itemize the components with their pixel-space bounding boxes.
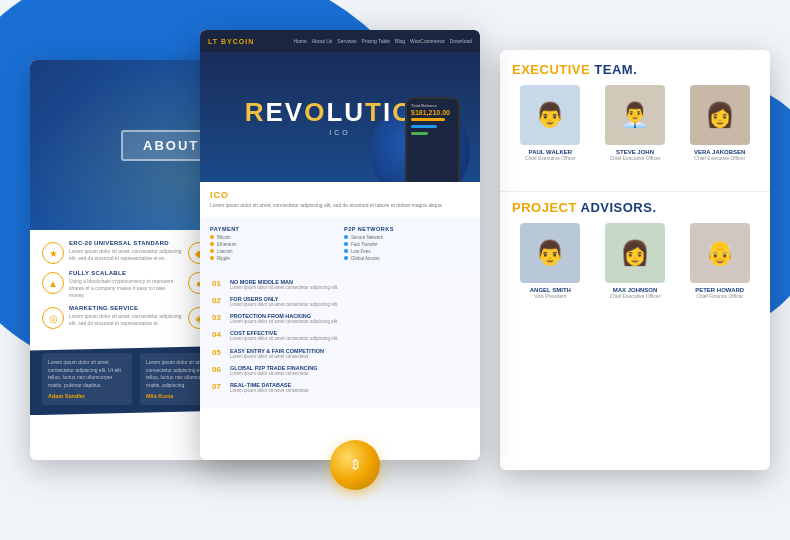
member-avatar: 👩 [690,85,750,145]
executive-team-grid: 👨 PAUL WALKER Chief Executive Officer 👨‍… [512,85,758,161]
feat-title: EASY ENTRY & FAIR COMPETITION [230,348,324,354]
phone-bar-3 [411,132,428,135]
page-center: LT BYCOIN HomeAbout UsServicesPricing Ta… [200,30,480,460]
payment-dot [210,235,214,239]
coin-decoration: ₿ [330,440,380,490]
testimonial-card: Lorem ipsum dolor sit amet, consectetur … [42,353,132,405]
feature-list-item: 05 EASY ENTRY & FAIR COMPETITION Lorem i… [212,348,468,360]
feat-desc: Lorem ipsum dolor sit amet consectetur a… [230,319,338,325]
phone-balance-amount: $181,210.00 [411,109,454,116]
feat-num: 07 [212,382,224,391]
page-right: EXECUTIVE TEAM. 👨 PAUL WALKER Chief Exec… [500,50,770,470]
feature-item: ▲ FULLY SCALABLE Using a blockchain cryp… [42,270,182,299]
advisor-role: Vice President [512,293,589,299]
feat-num: 05 [212,348,224,357]
advisor-member: 👴 PETER HOWARD Chief Finance Officer [681,223,758,299]
feature-title: ERC-20 UNIVERSAL STANDARD [69,240,182,247]
feature-list-item: 03 PROTECTION FROM HACKING Lorem ipsum d… [212,313,468,325]
advisor-avatar: 👴 [690,223,750,283]
nav-link-item[interactable]: Services [337,38,356,44]
feat-desc: Lorem ipsum dolor sit amet consectetur. [230,388,310,394]
feature-desc: Lorem ipsum dolor sit amet, consectetur … [69,248,182,262]
phone-screen: Total Balance $181,210.00 [407,99,458,182]
ico-section: ICO Lorem ipsum dolor sit amet, consecte… [200,182,480,218]
feat-desc: Lorem ipsum dolor sit amet consectetur. [230,371,318,377]
feature-desc: Using a blockchain cryptocurrency to rep… [69,278,182,299]
avatar-icon: 👩 [690,85,750,145]
member-role: Chief Executive Officer [597,155,674,161]
feature-icon: ★ [42,242,64,264]
team-member: 👩 VERA JAKOBSEN Chief Executive Officer [681,85,758,161]
feat-content: PROTECTION FROM HACKING Lorem ipsum dolo… [230,313,338,325]
phone-bar-1 [411,118,445,121]
phone-bar-2 [411,125,437,128]
phone-mockup: Total Balance $181,210.00 [405,97,460,182]
feature-text: FULLY SCALABLE Using a blockchain crypto… [69,270,182,299]
feat-desc: Lorem ipsum dolor sit amet consectetur a… [230,336,338,342]
feature-list-item: 01 NO MORE MIDDLE MAN Lorem ipsum dolor … [212,279,468,291]
nav-link-item[interactable]: Pricing Table [362,38,391,44]
executive-title: EXECUTIVE TEAM. [512,62,758,77]
advisors-title-accent: PROJECT [512,200,581,215]
member-role: Chief Executive Officer [512,155,589,161]
network-dot [344,256,348,260]
feature-list-item: 06 GLOBAL P2P TRADE FINANCING Lorem ipsu… [212,365,468,377]
feat-num: 04 [212,330,224,339]
nav-link-item[interactable]: Blog [395,38,405,44]
executive-team-section: EXECUTIVE TEAM. 👨 PAUL WALKER Chief Exec… [500,50,770,183]
network-item: Fast Transfer [344,242,470,247]
feature-title: MARKETING SERVICE [69,305,182,312]
feat-num: 06 [212,365,224,374]
member-avatar: 👨‍💼 [605,85,665,145]
executive-title-accent: EXECUTIVE [512,62,594,77]
feature-list-item: 02 FOR USERS ONLY Lorem ipsum dolor sit … [212,296,468,308]
payment-dot [210,249,214,253]
section-divider [500,191,770,192]
payment-label: PAYMENT [210,226,336,232]
feat-content: FOR USERS ONLY Lorem ipsum dolor sit ame… [230,296,338,308]
nav-link-item[interactable]: Download [450,38,472,44]
nav-links: HomeAbout UsServicesPricing TableBlogWoo… [293,38,472,44]
feat-num: 03 [212,313,224,322]
feat-content: EASY ENTRY & FAIR COMPETITION Lorem ipsu… [230,348,324,360]
feat-desc: Lorem ipsum dolor sit amet consectetur. [230,354,324,360]
feature-list-item: 04 COST EFFECTIVE Lorem ipsum dolor sit … [212,330,468,342]
nav-link-item[interactable]: About Us [312,38,333,44]
advisor-role: Chief Finance Officer [681,293,758,299]
avatar-icon: 👨 [520,85,580,145]
advisors-title: PROJECT ADVISORS. [512,200,758,215]
feature-list-item: 07 REAL-TIME DATABASE Lorem ipsum dolor … [212,382,468,394]
payment-text: Bitcoin [217,235,231,240]
team-member: 👨 PAUL WALKER Chief Executive Officer [512,85,589,161]
features-list: 01 NO MORE MIDDLE MAN Lorem ipsum dolor … [200,271,480,408]
feature-desc: Lorem ipsum dolor sit amet, consectetur … [69,313,182,327]
ico-title: ICO [210,190,470,200]
network-label: P2P NETWORKS [344,226,470,232]
coin-symbol: ₿ [352,458,359,472]
avatar-icon: 👨‍💼 [605,85,665,145]
network-dot [344,235,348,239]
payment-item: Bitcoin [210,235,336,240]
payment-text: Litecoin [217,249,233,254]
feature-text: MARKETING SERVICE Lorem ipsum dolor sit … [69,305,182,327]
network-text: Secure Network [351,235,383,240]
nav-link-item[interactable]: WooCommerce [410,38,445,44]
feat-content: NO MORE MIDDLE MAN Lorem ipsum dolor sit… [230,279,338,291]
network-item: Secure Network [344,235,470,240]
nav-bar: LT BYCOIN HomeAbout UsServicesPricing Ta… [200,30,480,52]
feature-title: FULLY SCALABLE [69,270,182,277]
feat-desc: Lorem ipsum dolor sit amet consectetur a… [230,285,338,291]
network-dot [344,242,348,246]
feature-icon: ▲ [42,272,64,294]
advisor-member: 👨 ANGEL SMITH Vice President [512,223,589,299]
phone-balance-label: Total Balance [411,103,454,108]
advisor-icon: 👴 [690,223,750,283]
network-dot [344,249,348,253]
advisor-avatar: 👩 [605,223,665,283]
advisor-icon: 👩 [605,223,665,283]
feat-num: 01 [212,279,224,288]
nav-link-item[interactable]: Home [293,38,306,44]
hero-subtitle: ICO [329,129,350,136]
feat-content: COST EFFECTIVE Lorem ipsum dolor sit ame… [230,330,338,342]
advisors-team-grid: 👨 ANGEL SMITH Vice President 👩 MAX JOHNS… [512,223,758,299]
